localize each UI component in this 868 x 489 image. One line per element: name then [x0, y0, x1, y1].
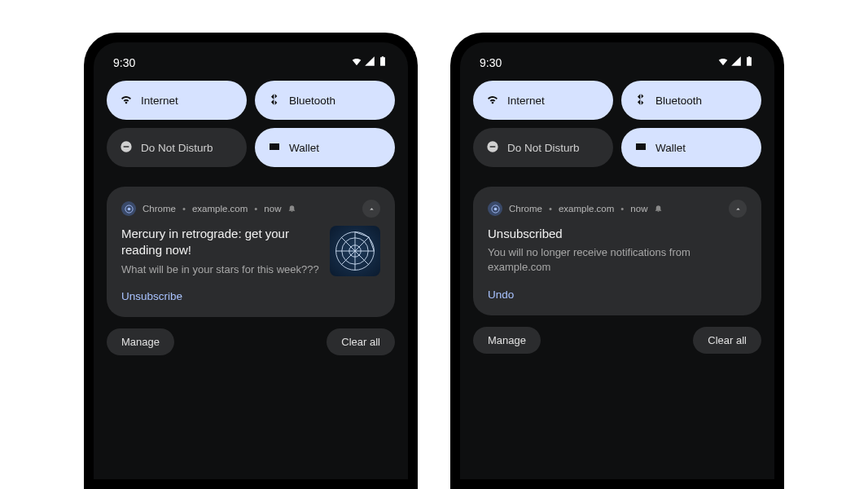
wifi-icon [351, 55, 362, 69]
shade-actions: Manage Clear all [473, 327, 761, 354]
qs-tile-wallet[interactable]: Wallet [255, 128, 395, 167]
svg-point-12 [493, 207, 497, 210]
qs-tile-bluetooth[interactable]: Bluetooth [621, 81, 761, 120]
separator-dot: • [254, 204, 257, 214]
notification-card[interactable]: Chrome • example.com • now Unsubscribed … [473, 187, 761, 315]
separator-dot: • [620, 204, 624, 214]
dnd-icon [120, 140, 133, 156]
notification-origin: example.com [559, 204, 614, 214]
manage-button[interactable]: Manage [107, 328, 174, 355]
signal-icon [364, 55, 375, 69]
qs-tile-dnd[interactable]: Do Not Disturb [107, 128, 247, 167]
manage-button[interactable]: Manage [473, 327, 541, 354]
phone-mock-right: 9:30 Internet Bluetooth Do Not Disturb [450, 33, 784, 489]
notification-title: Mercury in retrograde: get your reading … [121, 226, 320, 259]
dnd-icon [486, 140, 499, 156]
undo-button[interactable]: Undo [488, 289, 747, 301]
bluetooth-icon [268, 93, 281, 108]
qs-label: Wallet [289, 142, 319, 154]
notification-app: Chrome [509, 204, 542, 214]
status-bar: 9:30 [473, 54, 761, 81]
qs-tile-bluetooth[interactable]: Bluetooth [255, 81, 395, 120]
notification-thumbnail [330, 226, 380, 276]
separator-dot: • [549, 204, 552, 214]
notification-body: Mercury in retrograde: get your reading … [121, 226, 380, 277]
bell-icon [654, 204, 663, 214]
wifi-icon [486, 93, 499, 108]
qs-label: Internet [507, 95, 545, 107]
qs-label: Internet [141, 95, 178, 107]
notification-origin: example.com [192, 204, 248, 214]
shade-actions: Manage Clear all [107, 328, 395, 355]
signal-icon [730, 55, 742, 69]
qs-tile-dnd[interactable]: Do Not Disturb [473, 128, 613, 167]
qs-label: Do Not Disturb [141, 142, 213, 154]
clear-all-button[interactable]: Clear all [693, 327, 761, 354]
qs-tile-internet[interactable]: Internet [473, 81, 613, 120]
status-time: 9:30 [113, 56, 135, 69]
qs-label: Bluetooth [289, 95, 335, 107]
battery-icon [377, 55, 388, 69]
notification-body: Unsubscribed You will no longer receive … [488, 226, 747, 275]
wifi-icon [717, 55, 729, 69]
qs-label: Do Not Disturb [507, 142, 580, 154]
chrome-icon [121, 201, 136, 216]
qs-tile-wallet[interactable]: Wallet [621, 128, 761, 167]
battery-icon [743, 55, 755, 69]
clear-all-button[interactable]: Clear all [327, 328, 395, 355]
bell-icon [287, 204, 296, 214]
status-bar: 9:30 [107, 54, 395, 81]
notification-subtitle: You will no longer receive notifications… [488, 245, 747, 275]
qs-tile-internet[interactable]: Internet [107, 81, 247, 120]
unsubscribe-button[interactable]: Unsubscribe [121, 290, 380, 302]
wifi-icon [120, 93, 133, 108]
notification-time: now [264, 204, 281, 214]
status-icons [717, 55, 755, 69]
qs-label: Bluetooth [655, 95, 702, 107]
notification-app: Chrome [142, 204, 176, 214]
collapse-button[interactable] [362, 200, 380, 218]
status-icons [351, 55, 388, 69]
phone-mock-left: 9:30 Internet Bluetooth Do Not Disturb [84, 33, 418, 489]
qs-label: Wallet [655, 142, 686, 154]
svg-point-1 [127, 207, 130, 210]
notification-header: Chrome • example.com • now [121, 200, 380, 218]
collapse-button[interactable] [729, 200, 747, 218]
status-time: 9:30 [480, 56, 502, 69]
screen: 9:30 Internet Bluetooth Do Not Disturb [94, 42, 408, 479]
svg-line-10 [369, 237, 374, 251]
notification-subtitle: What will be in your stars for this week… [121, 262, 320, 277]
separator-dot: • [182, 204, 186, 214]
bluetooth-icon [634, 93, 647, 108]
chrome-icon [488, 201, 502, 216]
notification-title: Unsubscribed [488, 226, 747, 242]
quick-settings: Internet Bluetooth Do Not Disturb Wallet [107, 81, 395, 167]
screen: 9:30 Internet Bluetooth Do Not Disturb [460, 42, 774, 479]
wallet-icon [634, 140, 647, 156]
quick-settings: Internet Bluetooth Do Not Disturb Wallet [473, 81, 761, 167]
notification-card[interactable]: Chrome • example.com • now Mercury in re… [107, 187, 395, 317]
notification-header: Chrome • example.com • now [488, 200, 747, 218]
svg-line-9 [355, 232, 369, 237]
wallet-icon [268, 140, 281, 156]
notification-time: now [630, 204, 647, 214]
